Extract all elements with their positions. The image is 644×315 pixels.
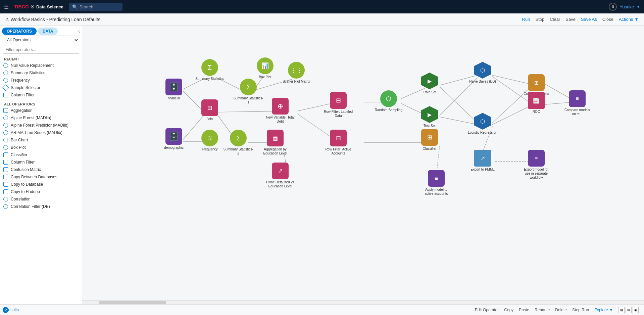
node-compare-models[interactable]: ≡ Compare models on te...: [562, 90, 592, 116]
sidebar-list: RECENT Null Value Replacement Summary St…: [0, 56, 82, 304]
node-train-set[interactable]: ▶ Train Set: [414, 73, 445, 94]
copy-between-db-icon: [3, 175, 8, 179]
sidebar-item-aggregation[interactable]: Aggregation: [1, 107, 81, 114]
node-financial[interactable]: 🗄️ financial: [159, 79, 189, 100]
brand-logo: TIBCO ® TIBCO® Data Science Data Science: [14, 4, 63, 9]
node-frequency[interactable]: ≋ Frequency: [195, 130, 225, 151]
alpine-forest-predictor-icon: [3, 123, 8, 128]
sidebar-item-correlation[interactable]: Correlation: [1, 195, 81, 203]
node-row-filter-active[interactable]: ⊟ Row Filter: Active Accounts: [323, 130, 353, 155]
node-roc[interactable]: 📈 ROC: [521, 92, 551, 114]
filter-input[interactable]: [3, 46, 79, 54]
run-button[interactable]: Run: [522, 17, 530, 22]
rename-button[interactable]: Rename: [535, 308, 550, 312]
paste-button[interactable]: Paste: [519, 308, 529, 312]
node-summary-statistics-1[interactable]: Σ Summary Statistics-1: [233, 79, 263, 104]
sidebar-item-box-plot[interactable]: Box Plot: [1, 144, 81, 151]
sidebar-item-frequency[interactable]: Frequency: [1, 77, 81, 84]
sidebar-item-classifier[interactable]: Classifier: [1, 151, 81, 159]
node-scatter-plot-matrix[interactable]: ⋮⋮ Scatter Plot Matrix: [281, 62, 311, 84]
sidebar-item-null-value-replacement[interactable]: Null Value Replacement: [1, 62, 81, 69]
sidebar-item-confusion-matrix[interactable]: Confusion Matrix: [1, 166, 81, 173]
connections-svg: [82, 26, 644, 304]
alpine-forest-icon: [3, 116, 8, 120]
actions-button[interactable]: Actions ▼: [619, 17, 639, 22]
sidebar-filter: All Operators: [0, 36, 82, 56]
subtitle-bar: 2. Workflow Basics - Predicting Loan Def…: [0, 13, 644, 26]
stop-button[interactable]: Stop: [535, 17, 544, 22]
sidebar-item-copy-between-databases[interactable]: Copy Between Databases: [1, 173, 81, 181]
sidebar-collapse-button[interactable]: ‹: [78, 29, 80, 34]
sidebar-item-alpine-forest-predictor[interactable]: Alpine Forest Predictor (MADlib): [1, 122, 81, 129]
close-button[interactable]: Close: [602, 17, 613, 22]
search-placeholder: Search: [80, 4, 93, 9]
bar-chart-icon: [3, 138, 8, 142]
save-button[interactable]: Save: [565, 17, 576, 22]
operator-category-select[interactable]: All Operators: [3, 36, 79, 44]
view-icons: ▤ ⊞ ▣: [618, 307, 639, 313]
canvas-scrollbar[interactable]: [82, 300, 644, 304]
column-filter-all-icon: [3, 160, 8, 165]
node-logistic-regression[interactable]: ⬡ Logistic Regression: [467, 113, 498, 135]
all-operators-section-label: ALL OPERATORS: [1, 101, 81, 107]
sidebar-item-copy-to-database[interactable]: Copy to Database: [1, 181, 81, 188]
node-classifier[interactable]: ⊞ Classifier: [414, 129, 445, 151]
sidebar-item-sample-selector[interactable]: Sample Selector: [1, 84, 81, 91]
delete-button[interactable]: Delete: [555, 308, 567, 312]
sidebar-item-arima[interactable]: ARIMA Time Series (MADlib): [1, 129, 81, 136]
node-new-variable[interactable]: ⊕ New Variable: Total Debt: [265, 98, 295, 124]
notification-badge: 0: [609, 3, 617, 11]
search-icon: 🔍: [72, 4, 78, 9]
operators-tab[interactable]: OPERATORS: [2, 28, 37, 35]
sidebar-item-alpine-forest[interactable]: Alpine Forest (MADlib): [1, 114, 81, 122]
correlation-filter-db-icon: [3, 204, 8, 209]
sidebar-item-column-filter-all[interactable]: Column Filter: [1, 159, 81, 166]
help-button[interactable]: ?: [3, 307, 9, 313]
sidebar-item-bar-chart[interactable]: Bar Chart: [1, 136, 81, 144]
node-box-plot[interactable]: 📊 Box Plot: [250, 57, 280, 79]
node-join[interactable]: ⊞ Join: [195, 99, 225, 121]
node-demographic[interactable]: 🗄️ demographic: [159, 128, 189, 150]
toolbar-actions: Edit Operator Copy Paste Rename Delete S…: [475, 308, 613, 312]
summary-stats-icon: [3, 71, 8, 75]
arima-icon: [3, 130, 8, 135]
node-summary-statistics-2[interactable]: Σ Summary Statistics-2: [223, 130, 253, 155]
save-as-button[interactable]: Save As: [581, 17, 597, 22]
node-pivot[interactable]: ↗ Pivot: Defaulted vs Education Level: [265, 163, 295, 188]
node-export-pmml[interactable]: ↗ Export to PMML: [467, 150, 498, 172]
copy-button[interactable]: Copy: [504, 308, 513, 312]
scrollbar-thumb[interactable]: [99, 301, 166, 304]
sidebar-item-copy-to-hadoop[interactable]: Copy to Hadoop: [1, 188, 81, 195]
node-export-model[interactable]: ≡ Export model for use in separate workf…: [521, 150, 551, 180]
node-row-filter-labeled[interactable]: ⊟ Row Filter: Labeled Data: [323, 92, 353, 118]
node-naive-bayes[interactable]: ⬡ Naive Bayes (DB): [467, 62, 498, 84]
node-summary-statistics[interactable]: Σ Summary Statistics: [195, 59, 225, 81]
data-tab[interactable]: DATA: [38, 28, 58, 35]
user-menu[interactable]: Yusuke: [620, 4, 634, 9]
sidebar-item-column-filter[interactable]: Column Filter: [1, 91, 81, 99]
column-filter-icon: [3, 93, 8, 97]
workflow-actions: Run Stop Clear Save Save As Close Action…: [522, 17, 639, 22]
top-nav-right: 0 Yusuke ▼: [609, 3, 640, 11]
edit-operator-button[interactable]: Edit Operator: [475, 308, 499, 312]
correlation-icon: [3, 197, 8, 201]
view-icon-1[interactable]: ▤: [618, 307, 625, 313]
step-run-button[interactable]: Step Run: [572, 308, 589, 312]
view-icon-2[interactable]: ⊞: [626, 307, 632, 313]
view-icon-3[interactable]: ▣: [633, 307, 639, 313]
search-bar[interactable]: 🔍 Search: [69, 3, 122, 11]
node-random-sampling[interactable]: ⬡ Random Sampling: [374, 90, 404, 112]
node-aggregation[interactable]: ▦ Aggregation by Education Level: [260, 130, 290, 155]
node-apply-model[interactable]: ≡ Apply model to active accounts: [421, 170, 451, 196]
workflow-canvas[interactable]: 🗄️ financial 🗄️ demographic Σ Summary St…: [82, 26, 644, 304]
menu-icon[interactable]: ☰: [4, 4, 9, 10]
user-dropdown-icon[interactable]: ▼: [637, 5, 640, 9]
box-plot-icon: [3, 145, 8, 150]
sidebar-item-correlation-filter-db[interactable]: Correlation Filter (DB): [1, 203, 81, 210]
clear-button[interactable]: Clear: [550, 17, 560, 22]
sidebar-item-summary-statistics[interactable]: Summary Statistics: [1, 69, 81, 77]
explore-button[interactable]: Explore ▼: [594, 308, 613, 312]
node-test-set[interactable]: ▶ Test Set: [414, 106, 445, 128]
top-navigation: ☰ TIBCO ® TIBCO® Data Science Data Scien…: [0, 0, 644, 13]
copy-to-db-icon: [3, 182, 8, 187]
